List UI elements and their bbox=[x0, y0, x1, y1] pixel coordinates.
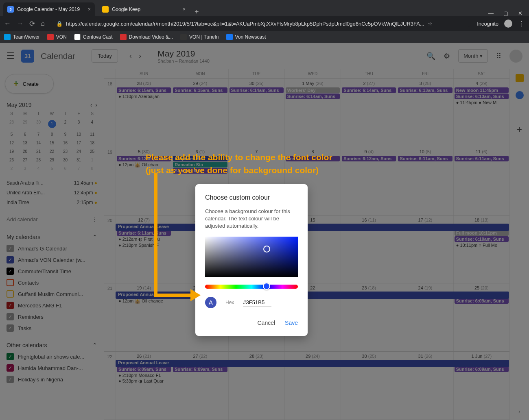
keep-favicon bbox=[102, 6, 109, 13]
menu-icon[interactable]: ⋮ bbox=[518, 20, 525, 28]
browser-tab-strip: 3 Google Calendar - May 2019 × Google Ke… bbox=[0, 0, 529, 16]
window-controls: — ▢ ✕ bbox=[482, 10, 529, 16]
home-icon[interactable]: ⌂ bbox=[41, 20, 45, 28]
minimize-icon[interactable]: — bbox=[488, 10, 494, 16]
modal-description: Choose a background colour for this cale… bbox=[205, 208, 298, 230]
hue-handle[interactable] bbox=[263, 283, 270, 290]
close-icon[interactable]: × bbox=[88, 7, 91, 12]
close-window-icon[interactable]: ✕ bbox=[518, 10, 522, 16]
incognito-label: Incognito bbox=[477, 21, 498, 27]
bookmark-item[interactable]: Centova Cast bbox=[74, 34, 113, 40]
save-button[interactable]: Save bbox=[285, 320, 298, 326]
forward-icon[interactable]: → bbox=[17, 20, 24, 28]
reload-icon[interactable]: ⟳ bbox=[29, 20, 35, 28]
bookmark-item[interactable]: Von Newscast bbox=[226, 34, 266, 40]
bookmark-item[interactable]: Download Video &... bbox=[120, 34, 173, 40]
calendar-favicon: 3 bbox=[7, 6, 14, 13]
hue-slider[interactable] bbox=[205, 285, 298, 289]
bookmark-item[interactable]: VON bbox=[47, 34, 67, 40]
incognito-icon bbox=[504, 20, 512, 28]
tab-title: Google Calendar - May 2019 bbox=[17, 7, 80, 12]
address-bar: ← → ⟳ ⌂ 🔒 https://calendar.google.com/ca… bbox=[0, 16, 529, 31]
color-preview: A bbox=[205, 297, 216, 308]
calendar-app: ☰ 31 Calendar Today ‹ › May 2019 Sha'ban… bbox=[0, 43, 529, 420]
new-tab-button[interactable]: + bbox=[190, 8, 204, 16]
bookmark-item[interactable]: VON | TuneIn bbox=[180, 34, 219, 40]
url-field[interactable]: 🔒 https://calendar.google.com/calendar/r… bbox=[50, 21, 471, 27]
color-picker-modal: Choose custom colour Choose a background… bbox=[195, 184, 308, 336]
lock-icon: 🔒 bbox=[56, 21, 63, 27]
star-icon[interactable]: ☆ bbox=[428, 21, 433, 27]
hex-label: Hex bbox=[225, 300, 234, 305]
saturation-field[interactable] bbox=[205, 237, 298, 277]
bookmarks-bar: TeamViewer VON Centova Cast Download Vid… bbox=[0, 31, 529, 43]
bookmark-item[interactable]: TeamViewer bbox=[4, 34, 40, 40]
hex-input[interactable] bbox=[243, 298, 271, 307]
url-text: https://calendar.google.com/calendar/r/m… bbox=[66, 21, 424, 27]
close-icon[interactable]: × bbox=[183, 7, 186, 12]
modal-title: Choose custom colour bbox=[205, 194, 298, 201]
browser-tab-inactive[interactable]: Google Keep × bbox=[98, 2, 190, 16]
tab-title: Google Keep bbox=[112, 7, 140, 12]
saturation-handle[interactable] bbox=[263, 246, 270, 252]
cancel-button[interactable]: Cancel bbox=[257, 320, 275, 326]
browser-tab-active[interactable]: 3 Google Calendar - May 2019 × bbox=[3, 2, 95, 16]
maximize-icon[interactable]: ▢ bbox=[503, 10, 508, 16]
back-icon[interactable]: ← bbox=[4, 20, 11, 28]
